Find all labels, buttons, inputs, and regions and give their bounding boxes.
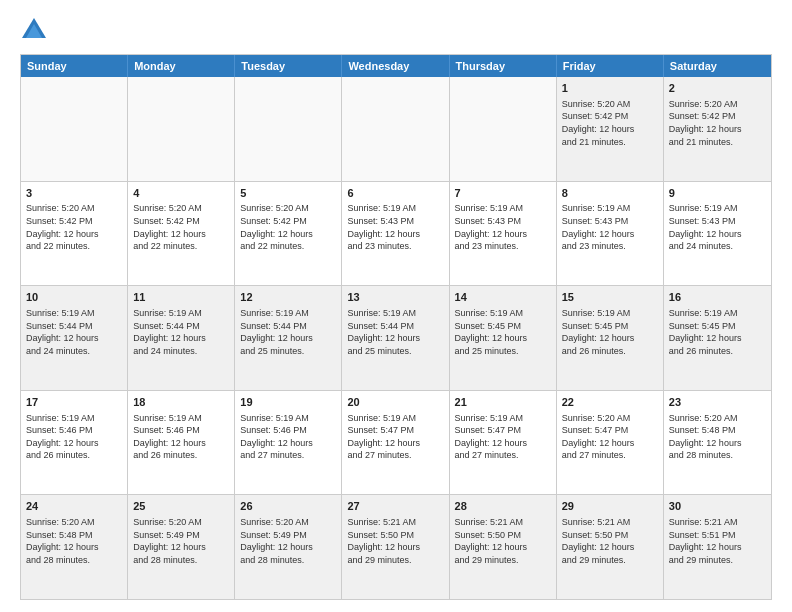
- day-number: 27: [347, 499, 443, 514]
- day-info: Sunrise: 5:19 AM Sunset: 5:46 PM Dayligh…: [26, 412, 122, 462]
- header: [20, 16, 772, 44]
- logo: [20, 16, 52, 44]
- calendar-cell: 18Sunrise: 5:19 AM Sunset: 5:46 PM Dayli…: [128, 391, 235, 495]
- day-number: 8: [562, 186, 658, 201]
- calendar-cell: 9Sunrise: 5:19 AM Sunset: 5:43 PM Daylig…: [664, 182, 771, 286]
- day-info: Sunrise: 5:21 AM Sunset: 5:51 PM Dayligh…: [669, 516, 766, 566]
- calendar-cell: 30Sunrise: 5:21 AM Sunset: 5:51 PM Dayli…: [664, 495, 771, 599]
- day-info: Sunrise: 5:19 AM Sunset: 5:44 PM Dayligh…: [26, 307, 122, 357]
- day-info: Sunrise: 5:19 AM Sunset: 5:45 PM Dayligh…: [455, 307, 551, 357]
- weekday-header: Friday: [557, 55, 664, 77]
- calendar-cell: 4Sunrise: 5:20 AM Sunset: 5:42 PM Daylig…: [128, 182, 235, 286]
- day-info: Sunrise: 5:19 AM Sunset: 5:43 PM Dayligh…: [347, 202, 443, 252]
- logo-icon: [20, 16, 48, 44]
- day-number: 18: [133, 395, 229, 410]
- calendar: SundayMondayTuesdayWednesdayThursdayFrid…: [20, 54, 772, 600]
- day-number: 13: [347, 290, 443, 305]
- day-info: Sunrise: 5:20 AM Sunset: 5:42 PM Dayligh…: [669, 98, 766, 148]
- day-info: Sunrise: 5:21 AM Sunset: 5:50 PM Dayligh…: [455, 516, 551, 566]
- day-number: 23: [669, 395, 766, 410]
- calendar-row: 24Sunrise: 5:20 AM Sunset: 5:48 PM Dayli…: [21, 494, 771, 599]
- day-info: Sunrise: 5:21 AM Sunset: 5:50 PM Dayligh…: [347, 516, 443, 566]
- calendar-cell: 20Sunrise: 5:19 AM Sunset: 5:47 PM Dayli…: [342, 391, 449, 495]
- calendar-cell: [342, 77, 449, 181]
- calendar-cell: 2Sunrise: 5:20 AM Sunset: 5:42 PM Daylig…: [664, 77, 771, 181]
- day-info: Sunrise: 5:20 AM Sunset: 5:42 PM Dayligh…: [562, 98, 658, 148]
- day-info: Sunrise: 5:20 AM Sunset: 5:47 PM Dayligh…: [562, 412, 658, 462]
- day-info: Sunrise: 5:19 AM Sunset: 5:47 PM Dayligh…: [347, 412, 443, 462]
- day-number: 5: [240, 186, 336, 201]
- page: SundayMondayTuesdayWednesdayThursdayFrid…: [0, 0, 792, 612]
- day-number: 14: [455, 290, 551, 305]
- day-number: 22: [562, 395, 658, 410]
- calendar-cell: 10Sunrise: 5:19 AM Sunset: 5:44 PM Dayli…: [21, 286, 128, 390]
- day-number: 16: [669, 290, 766, 305]
- calendar-cell: 3Sunrise: 5:20 AM Sunset: 5:42 PM Daylig…: [21, 182, 128, 286]
- day-number: 21: [455, 395, 551, 410]
- day-number: 7: [455, 186, 551, 201]
- weekday-header: Saturday: [664, 55, 771, 77]
- day-number: 4: [133, 186, 229, 201]
- calendar-cell: 7Sunrise: 5:19 AM Sunset: 5:43 PM Daylig…: [450, 182, 557, 286]
- day-info: Sunrise: 5:19 AM Sunset: 5:45 PM Dayligh…: [562, 307, 658, 357]
- calendar-cell: [450, 77, 557, 181]
- day-info: Sunrise: 5:19 AM Sunset: 5:45 PM Dayligh…: [669, 307, 766, 357]
- day-number: 26: [240, 499, 336, 514]
- day-number: 17: [26, 395, 122, 410]
- calendar-header: SundayMondayTuesdayWednesdayThursdayFrid…: [21, 55, 771, 77]
- calendar-cell: 12Sunrise: 5:19 AM Sunset: 5:44 PM Dayli…: [235, 286, 342, 390]
- day-number: 15: [562, 290, 658, 305]
- day-info: Sunrise: 5:19 AM Sunset: 5:46 PM Dayligh…: [240, 412, 336, 462]
- calendar-cell: [21, 77, 128, 181]
- weekday-header: Tuesday: [235, 55, 342, 77]
- day-number: 9: [669, 186, 766, 201]
- day-number: 19: [240, 395, 336, 410]
- calendar-cell: 22Sunrise: 5:20 AM Sunset: 5:47 PM Dayli…: [557, 391, 664, 495]
- day-info: Sunrise: 5:20 AM Sunset: 5:48 PM Dayligh…: [26, 516, 122, 566]
- day-info: Sunrise: 5:19 AM Sunset: 5:44 PM Dayligh…: [133, 307, 229, 357]
- calendar-cell: 13Sunrise: 5:19 AM Sunset: 5:44 PM Dayli…: [342, 286, 449, 390]
- day-info: Sunrise: 5:19 AM Sunset: 5:43 PM Dayligh…: [455, 202, 551, 252]
- calendar-cell: 27Sunrise: 5:21 AM Sunset: 5:50 PM Dayli…: [342, 495, 449, 599]
- calendar-cell: [128, 77, 235, 181]
- calendar-cell: 15Sunrise: 5:19 AM Sunset: 5:45 PM Dayli…: [557, 286, 664, 390]
- day-number: 20: [347, 395, 443, 410]
- day-info: Sunrise: 5:19 AM Sunset: 5:43 PM Dayligh…: [562, 202, 658, 252]
- day-info: Sunrise: 5:19 AM Sunset: 5:44 PM Dayligh…: [347, 307, 443, 357]
- day-number: 30: [669, 499, 766, 514]
- weekday-header: Monday: [128, 55, 235, 77]
- calendar-row: 10Sunrise: 5:19 AM Sunset: 5:44 PM Dayli…: [21, 285, 771, 390]
- day-info: Sunrise: 5:20 AM Sunset: 5:49 PM Dayligh…: [133, 516, 229, 566]
- calendar-cell: 28Sunrise: 5:21 AM Sunset: 5:50 PM Dayli…: [450, 495, 557, 599]
- day-info: Sunrise: 5:20 AM Sunset: 5:49 PM Dayligh…: [240, 516, 336, 566]
- day-number: 29: [562, 499, 658, 514]
- calendar-body: 1Sunrise: 5:20 AM Sunset: 5:42 PM Daylig…: [21, 77, 771, 599]
- day-number: 28: [455, 499, 551, 514]
- day-info: Sunrise: 5:21 AM Sunset: 5:50 PM Dayligh…: [562, 516, 658, 566]
- calendar-row: 3Sunrise: 5:20 AM Sunset: 5:42 PM Daylig…: [21, 181, 771, 286]
- day-number: 12: [240, 290, 336, 305]
- calendar-cell: 29Sunrise: 5:21 AM Sunset: 5:50 PM Dayli…: [557, 495, 664, 599]
- day-info: Sunrise: 5:19 AM Sunset: 5:44 PM Dayligh…: [240, 307, 336, 357]
- calendar-cell: 23Sunrise: 5:20 AM Sunset: 5:48 PM Dayli…: [664, 391, 771, 495]
- day-number: 3: [26, 186, 122, 201]
- day-number: 24: [26, 499, 122, 514]
- calendar-cell: 26Sunrise: 5:20 AM Sunset: 5:49 PM Dayli…: [235, 495, 342, 599]
- day-number: 2: [669, 81, 766, 96]
- day-number: 6: [347, 186, 443, 201]
- day-info: Sunrise: 5:20 AM Sunset: 5:42 PM Dayligh…: [240, 202, 336, 252]
- day-info: Sunrise: 5:20 AM Sunset: 5:48 PM Dayligh…: [669, 412, 766, 462]
- day-number: 11: [133, 290, 229, 305]
- day-number: 1: [562, 81, 658, 96]
- weekday-header: Thursday: [450, 55, 557, 77]
- calendar-cell: 1Sunrise: 5:20 AM Sunset: 5:42 PM Daylig…: [557, 77, 664, 181]
- calendar-cell: 17Sunrise: 5:19 AM Sunset: 5:46 PM Dayli…: [21, 391, 128, 495]
- calendar-cell: 8Sunrise: 5:19 AM Sunset: 5:43 PM Daylig…: [557, 182, 664, 286]
- calendar-row: 17Sunrise: 5:19 AM Sunset: 5:46 PM Dayli…: [21, 390, 771, 495]
- calendar-cell: 19Sunrise: 5:19 AM Sunset: 5:46 PM Dayli…: [235, 391, 342, 495]
- day-number: 10: [26, 290, 122, 305]
- day-info: Sunrise: 5:19 AM Sunset: 5:47 PM Dayligh…: [455, 412, 551, 462]
- day-info: Sunrise: 5:20 AM Sunset: 5:42 PM Dayligh…: [26, 202, 122, 252]
- day-number: 25: [133, 499, 229, 514]
- calendar-cell: 21Sunrise: 5:19 AM Sunset: 5:47 PM Dayli…: [450, 391, 557, 495]
